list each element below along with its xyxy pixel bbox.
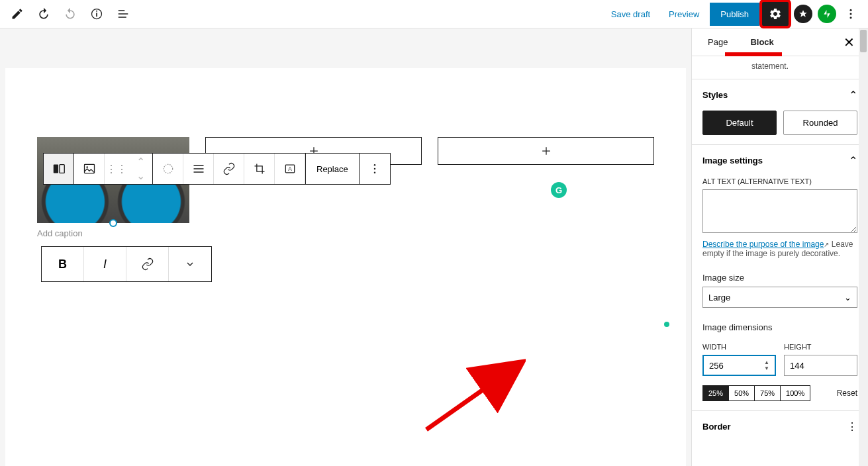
height-value: 144 (790, 361, 804, 371)
svg-point-9 (86, 166, 88, 168)
info-button[interactable] (85, 2, 109, 26)
preview-button[interactable]: Preview (661, 4, 707, 24)
caption-more-button[interactable] (169, 247, 211, 281)
svg-rect-1 (96, 13, 97, 17)
preset-75[interactable]: 75% (755, 386, 781, 400)
add-block-button[interactable] (438, 137, 654, 165)
svg-rect-6 (53, 165, 58, 173)
image-settings-header[interactable]: Image settings ⌃ (702, 154, 857, 167)
bold-button[interactable]: B (42, 247, 84, 281)
image-style-button[interactable] (74, 154, 105, 184)
canvas-inner[interactable]: ⋮⋮ ⌃⌄ A Replace Add caption (5, 68, 686, 466)
crop-button[interactable] (244, 154, 275, 184)
caption-toolbar: B I (41, 246, 212, 282)
redo-button[interactable] (58, 2, 82, 26)
width-input[interactable]: 256 ▲▼ (702, 355, 776, 376)
styles-panel: Styles ⌃ Default Rounded (692, 79, 868, 144)
svg-point-14 (373, 168, 375, 170)
svg-point-5 (850, 17, 852, 19)
tab-block[interactable]: Block (745, 29, 779, 55)
column-1: Add caption (37, 137, 189, 238)
link-button[interactable] (214, 154, 244, 184)
more-menu-button[interactable] (839, 2, 863, 26)
svg-point-4 (850, 13, 852, 15)
svg-point-13 (373, 164, 375, 166)
preset-25[interactable]: 25% (703, 386, 729, 400)
editor-header: Save draft Preview Publish (0, 0, 868, 28)
replace-button[interactable]: Replace (305, 154, 360, 184)
caption-placeholder[interactable]: Add caption (37, 228, 189, 238)
header-right-actions: Save draft Preview Publish (603, 2, 863, 26)
preset-100[interactable]: 100% (781, 386, 810, 400)
image-size-label: Image size (702, 273, 857, 283)
settings-button[interactable] (762, 2, 789, 26)
plugin-badge[interactable] (794, 5, 812, 23)
annotation-underline (725, 52, 782, 56)
text-overlay-button[interactable]: A (275, 154, 305, 184)
preset-group: 25% 50% 75% 100% (702, 385, 810, 401)
preset-50[interactable]: 50% (729, 386, 755, 400)
header-left-tools (5, 2, 135, 26)
dimensions-label: Image dimensions (702, 322, 857, 332)
align-button[interactable] (153, 154, 183, 184)
alt-text-input[interactable] (702, 189, 857, 233)
height-label: HEIGHT (784, 343, 857, 351)
svg-point-15 (373, 172, 375, 174)
settings-sidebar: Page Block ✕ statement. Styles ⌃ Default… (691, 28, 868, 466)
width-value: 256 (709, 361, 724, 371)
block-toolbar: ⋮⋮ ⌃⌄ A Replace (43, 153, 391, 185)
border-title: Border (702, 422, 731, 432)
text-align-button[interactable] (183, 154, 214, 184)
style-default-button[interactable]: Default (702, 111, 777, 135)
width-label: WIDTH (702, 343, 776, 351)
caption-link-button[interactable] (126, 247, 169, 281)
status-dot (664, 322, 669, 327)
svg-rect-8 (84, 164, 94, 173)
chevron-up-icon: ⌃ (849, 154, 857, 167)
height-input[interactable]: 144 (784, 355, 857, 376)
column-3 (438, 137, 654, 238)
chevron-down-icon: ⌄ (844, 293, 851, 303)
style-rounded-button[interactable]: Rounded (783, 111, 857, 135)
sidebar-body: statement. Styles ⌃ Default Rounded Imag… (692, 56, 868, 466)
alt-help-text: Describe the purpose of the image↗ Leave… (702, 240, 857, 258)
svg-point-2 (96, 11, 97, 12)
image-size-select[interactable]: Large ⌄ (702, 287, 857, 308)
move-updown[interactable]: ⌃⌄ (128, 154, 152, 184)
reset-button[interactable]: Reset (837, 389, 857, 398)
publish-button[interactable]: Publish (710, 3, 759, 26)
chevron-up-icon: ⌃ (849, 89, 857, 101)
edit-tool-button[interactable] (5, 2, 29, 26)
image-settings-panel: Image settings ⌃ ALT TEXT (ALTERNATIVE T… (692, 144, 868, 410)
describe-link[interactable]: Describe the purpose of the image (702, 240, 824, 249)
column-2 (205, 137, 422, 238)
sidebar-tabs: Page Block ✕ (692, 28, 868, 56)
styles-header[interactable]: Styles ⌃ (702, 89, 857, 101)
jetpack-badge[interactable] (818, 5, 836, 23)
main-area: ⋮⋮ ⌃⌄ A Replace Add caption (0, 28, 868, 466)
styles-title: Styles (702, 90, 728, 100)
tab-page[interactable]: Page (702, 29, 733, 55)
vertical-scrollbar[interactable] (859, 28, 868, 466)
block-more-button[interactable] (360, 154, 390, 184)
scrollbar-thumb[interactable] (860, 30, 867, 52)
svg-text:A: A (288, 165, 292, 172)
external-icon: ↗ (824, 241, 829, 248)
undo-button[interactable] (32, 2, 56, 26)
block-description: statement. (692, 56, 868, 79)
grammarly-badge[interactable]: G (551, 182, 567, 198)
save-draft-button[interactable]: Save draft (603, 4, 658, 24)
block-type-button[interactable] (44, 154, 74, 184)
resize-handle-bottom[interactable] (109, 219, 117, 227)
more-icon: ⋮ (847, 420, 857, 433)
alt-text-label: ALT TEXT (ALTERNATIVE TEXT) (702, 177, 857, 185)
border-header[interactable]: Border ⋮ (702, 420, 857, 433)
drag-handle[interactable]: ⋮⋮ (105, 154, 128, 184)
width-stepper[interactable]: ▲▼ (764, 359, 769, 371)
outline-button[interactable] (111, 2, 135, 26)
close-sidebar-button[interactable]: ✕ (841, 32, 857, 53)
image-settings-title: Image settings (702, 156, 763, 165)
border-panel: Border ⋮ (692, 410, 868, 442)
italic-button[interactable]: I (84, 247, 126, 281)
svg-point-3 (850, 9, 852, 11)
